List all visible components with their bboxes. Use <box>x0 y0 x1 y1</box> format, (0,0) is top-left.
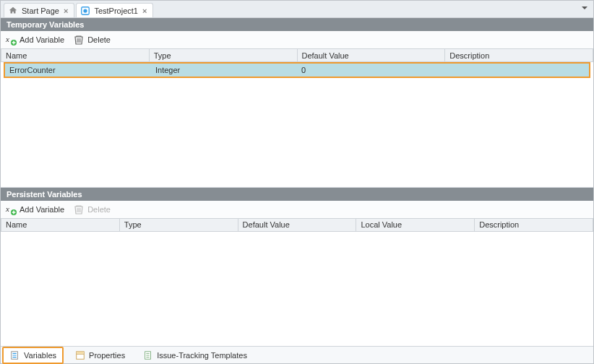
col-local[interactable]: Local Value <box>356 218 475 231</box>
cell-desc[interactable] <box>443 64 589 77</box>
trash-icon <box>73 34 85 46</box>
cell-name[interactable]: ErrorCounter <box>5 64 151 77</box>
table-row[interactable]: ErrorCounter Integer 0 <box>5 64 589 77</box>
cell-default[interactable]: 0 <box>297 64 443 77</box>
tab-variables[interactable]: Variables <box>2 347 64 364</box>
add-variable-label: Add Variable <box>20 205 64 214</box>
close-icon[interactable]: × <box>62 6 69 15</box>
temporary-variables-header: Temporary Variables <box>1 18 593 31</box>
col-type[interactable]: Type <box>149 49 297 62</box>
tab-issue-templates-label: Issue-Tracking Templates <box>157 351 247 360</box>
tab-issue-templates[interactable]: Issue-Tracking Templates <box>136 347 254 363</box>
delete-variable-button: Delete <box>73 204 111 215</box>
temporary-variables-toolbar: x Add Variable Delete <box>1 31 593 48</box>
svg-text:x: x <box>5 204 9 213</box>
tab-start-page[interactable]: Start Page × <box>4 3 74 17</box>
issue-templates-icon <box>142 350 154 361</box>
col-name[interactable]: Name <box>1 218 120 231</box>
svg-rect-8 <box>77 352 84 353</box>
home-icon <box>7 5 19 17</box>
persistent-variables-header: Persistent Variables <box>1 188 593 201</box>
col-type[interactable]: Type <box>119 218 238 231</box>
close-icon[interactable]: × <box>141 6 148 15</box>
svg-text:x: x <box>5 35 9 43</box>
tab-variables-label: Variables <box>24 351 56 360</box>
svg-point-1 <box>84 9 87 12</box>
cell-type[interactable]: Integer <box>151 64 297 77</box>
editor-tab-strip: Start Page × TestProject1 × <box>1 1 593 18</box>
project-icon <box>79 5 91 17</box>
col-default[interactable]: Default Value <box>297 49 445 62</box>
tab-project[interactable]: TestProject1 × <box>76 3 153 17</box>
properties-icon <box>74 350 86 361</box>
delete-variable-label: Delete <box>87 35 111 44</box>
temporary-variables-table: Name Type Default Value Description <box>1 48 593 62</box>
add-variable-button[interactable]: x Add Variable <box>5 204 64 215</box>
col-desc[interactable]: Description <box>445 49 593 62</box>
col-desc[interactable]: Description <box>475 218 593 231</box>
tab-project-label: TestProject1 <box>94 6 138 15</box>
delete-variable-button[interactable]: Delete <box>73 34 111 46</box>
col-name[interactable]: Name <box>1 49 150 62</box>
delete-variable-label: Delete <box>87 205 111 214</box>
trash-icon <box>73 204 85 215</box>
add-variable-icon: x <box>5 204 17 215</box>
add-variable-label: Add Variable <box>20 35 64 44</box>
col-default[interactable]: Default Value <box>238 218 356 231</box>
tab-overflow-button[interactable] <box>580 4 589 12</box>
tab-properties-label: Properties <box>89 351 125 360</box>
tab-start-page-label: Start Page <box>22 6 59 15</box>
add-variable-icon: x <box>5 34 17 46</box>
tab-properties[interactable]: Properties <box>68 347 132 363</box>
persistent-variables-toolbar: x Add Variable Delete <box>1 201 593 218</box>
add-variable-button[interactable]: x Add Variable <box>5 34 64 46</box>
selected-row-highlight: ErrorCounter Integer 0 <box>4 62 590 78</box>
persistent-variables-table: Name Type Default Value Local Value Desc… <box>1 218 593 232</box>
bottom-tab-strip: Variables Properties Issue-Tracking Temp… <box>1 346 593 363</box>
variables-icon <box>9 350 21 361</box>
